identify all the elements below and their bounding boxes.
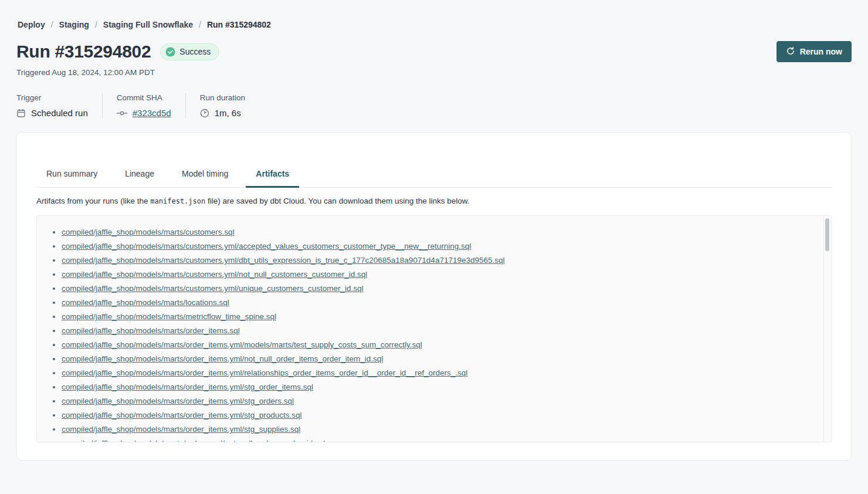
breadcrumb: Deploy / Staging / Staging Full Snowflak… — [16, 20, 852, 29]
scrollbar-track[interactable] — [823, 216, 831, 442]
artifact-file-link[interactable]: compiled/jaffle_shop/models/marts/custom… — [62, 270, 367, 279]
artifact-list-item: compiled/jaffle_shop/models/marts/custom… — [62, 253, 819, 268]
commit-sha-link[interactable]: #323cd5d — [133, 108, 171, 118]
meta-trigger-value: Scheduled run — [31, 108, 88, 118]
artifact-list-item: compiled/jaffle_shop/models/marts/order_… — [62, 394, 819, 408]
commit-icon — [117, 110, 127, 117]
artifacts-description: Artifacts from your runs (like the manif… — [36, 197, 832, 205]
run-detail-page: Deploy / Staging / Staging Full Snowflak… — [0, 20, 868, 461]
artifacts-description-prefix: Artifacts from your runs (like the — [36, 197, 150, 205]
tab-lineage[interactable]: Lineage — [115, 163, 164, 188]
breadcrumb-separator: / — [199, 20, 201, 29]
rerun-now-button[interactable]: Rerun now — [777, 41, 852, 62]
artifact-file-link[interactable]: compiled/jaffle_shop/models/marts/locati… — [62, 298, 229, 307]
artifact-list-scroll-area: compiled/jaffle_shop/models/marts/custom… — [37, 216, 831, 442]
artifact-file-link[interactable]: compiled/jaffle_shop/models/marts/custom… — [62, 256, 505, 265]
artifact-file-link[interactable]: compiled/jaffle_shop/models/marts/order_… — [62, 354, 383, 363]
artifact-file-link[interactable]: compiled/jaffle_shop/models/marts/order_… — [62, 368, 467, 377]
breadcrumb-separator: / — [95, 20, 97, 29]
meta-duration-value: 1m, 6s — [215, 108, 241, 118]
artifact-file-link[interactable]: compiled/jaffle_shop/models/marts/order_… — [62, 411, 301, 419]
artifact-list-item: compiled/jaffle_shop/models/marts/order_… — [62, 338, 819, 352]
artifact-list-box: compiled/jaffle_shop/models/marts/custom… — [36, 215, 832, 442]
artifact-list-item: compiled/jaffle_shop/models/marts/custom… — [62, 239, 819, 253]
artifact-list-item: compiled/jaffle_shop/models/marts/order_… — [62, 408, 819, 422]
artifact-list-item: compiled/jaffle_shop/models/marts/locati… — [62, 296, 819, 310]
run-meta: Trigger Scheduled run Commit SHA — [16, 93, 852, 118]
page-title: Run #315294802 — [16, 42, 151, 62]
run-detail-card: Run summary Lineage Model timing Artifac… — [16, 132, 852, 461]
artifact-file-link[interactable]: compiled/jaffle_shop/models/marts/custom… — [62, 242, 471, 251]
meta-commit-label: Commit SHA — [117, 93, 171, 102]
artifact-file-link[interactable]: compiled/jaffle_shop/models/marts/order_… — [62, 383, 313, 391]
artifact-file-link[interactable]: compiled/jaffle_shop/models/marts/custom… — [62, 228, 235, 236]
triggered-timestamp: Triggered Aug 18, 2024, 12:00 AM PDT — [16, 68, 852, 77]
artifact-file-link[interactable]: compiled/jaffle_shop/models/marts/order_… — [62, 326, 240, 335]
artifacts-description-suffix: file) are saved by dbt Cloud. You can do… — [205, 197, 469, 205]
rerun-now-label: Rerun now — [800, 47, 842, 56]
artifact-list-item: compiled/jaffle_shop/models/marts/custom… — [62, 225, 819, 239]
breadcrumb-current-run: Run #315294802 — [207, 20, 271, 29]
meta-divider — [185, 93, 186, 118]
tab-model-timing[interactable]: Model timing — [172, 163, 238, 188]
artifact-file-link[interactable]: compiled/jaffle_shop/models/marts/orders… — [62, 439, 325, 442]
meta-divider — [102, 93, 103, 118]
artifact-list-item: compiled/jaffle_shop/models/marts/custom… — [62, 268, 819, 282]
meta-duration-label: Run duration — [200, 93, 245, 102]
tab-artifacts[interactable]: Artifacts — [246, 163, 299, 188]
artifact-list-item: compiled/jaffle_shop/models/marts/metric… — [62, 310, 819, 324]
check-circle-icon — [165, 47, 175, 57]
meta-commit: Commit SHA #323cd5d — [117, 93, 171, 118]
artifact-list-item: compiled/jaffle_shop/models/marts/order_… — [62, 324, 819, 338]
meta-trigger: Trigger Scheduled run — [16, 93, 88, 118]
artifact-list: compiled/jaffle_shop/models/marts/custom… — [62, 225, 819, 442]
artifact-list-item: compiled/jaffle_shop/models/marts/order_… — [62, 422, 819, 437]
refresh-icon — [786, 46, 795, 57]
breadcrumb-deploy[interactable]: Deploy — [18, 20, 45, 29]
clock-icon — [200, 109, 209, 118]
tab-run-summary[interactable]: Run summary — [36, 163, 107, 188]
artifact-file-link[interactable]: compiled/jaffle_shop/models/marts/custom… — [62, 284, 363, 293]
meta-duration: Run duration 1m, 6s — [200, 93, 245, 118]
artifact-file-link[interactable]: compiled/jaffle_shop/models/marts/metric… — [62, 312, 276, 321]
status-badge: Success — [160, 43, 219, 60]
scrollbar-thumb[interactable] — [825, 218, 829, 251]
meta-trigger-label: Trigger — [16, 93, 88, 102]
artifact-list-item: compiled/jaffle_shop/models/marts/orders… — [62, 437, 819, 442]
breadcrumb-staging-full-snowflake[interactable]: Staging Full Snowflake — [103, 20, 193, 29]
artifact-file-link[interactable]: compiled/jaffle_shop/models/marts/order_… — [62, 340, 422, 349]
breadcrumb-staging[interactable]: Staging — [59, 20, 89, 29]
artifact-file-link[interactable]: compiled/jaffle_shop/models/marts/order_… — [62, 425, 300, 434]
status-badge-label: Success — [179, 47, 211, 56]
artifact-list-item: compiled/jaffle_shop/models/marts/order_… — [62, 366, 819, 380]
artifact-file-link[interactable]: compiled/jaffle_shop/models/marts/order_… — [62, 397, 294, 405]
calendar-icon — [16, 109, 26, 118]
breadcrumb-separator: / — [51, 20, 53, 29]
artifact-list-item: compiled/jaffle_shop/models/marts/order_… — [62, 352, 819, 366]
artifact-list-item: compiled/jaffle_shop/models/marts/order_… — [62, 380, 819, 394]
artifacts-description-code: manifest.json — [150, 197, 205, 205]
header: Run #315294802 Success Rerun now — [16, 41, 852, 62]
artifact-list-item: compiled/jaffle_shop/models/marts/custom… — [62, 282, 819, 296]
tab-bar: Run summary Lineage Model timing Artifac… — [36, 163, 832, 188]
